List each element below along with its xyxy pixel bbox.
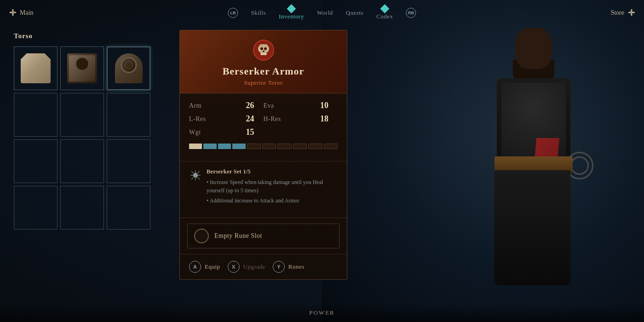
- item-type: Superior Torso: [189, 79, 338, 86]
- equip-btn-circle: A: [189, 261, 201, 273]
- char-lower: [494, 170, 570, 285]
- progress-seg-6: [262, 144, 276, 149]
- stat-arm-value: 26: [241, 101, 254, 110]
- progress-bar: [189, 144, 338, 149]
- stat-hres-value: 18: [315, 114, 328, 124]
- set-icon: [189, 169, 202, 182]
- equip-slot-empty-4[interactable]: [14, 139, 58, 183]
- panel-actions: A Equip X Upgrade Y Runes: [180, 254, 347, 279]
- berserker-icon: [252, 39, 275, 62]
- set-bonus-2: Additional increase to Attack and Armor: [207, 196, 338, 205]
- set-bonus-1: Increase Speed when taking damage until …: [207, 178, 338, 195]
- runes-btn-label: Runes: [288, 263, 305, 270]
- armor-item: [67, 53, 97, 83]
- panel-header: Berserker Armor Superior Torso: [180, 30, 347, 93]
- svg-point-11: [193, 173, 198, 178]
- runes-button[interactable]: Y Runes: [273, 261, 305, 273]
- main-cross-icon: ✛: [9, 8, 16, 18]
- equip-slot-empty-5[interactable]: [60, 139, 104, 183]
- progress-seg-2: [203, 144, 216, 149]
- equip-slot-empty-3[interactable]: [107, 93, 150, 137]
- progress-seg-9: [308, 144, 322, 149]
- equip-slot-armor[interactable]: [60, 46, 104, 90]
- nav-center: LB Skills Inventory World Quests Codex R…: [228, 6, 416, 20]
- equip-btn-label: Equip: [205, 263, 220, 270]
- progress-seg-10: [324, 144, 338, 149]
- svg-rect-10: [264, 53, 266, 55]
- stat-wgt-label: Wgt: [189, 129, 201, 136]
- bottom-bar: POWER: [0, 304, 644, 322]
- upgrade-btn-letter: X: [232, 264, 235, 270]
- character-background: [322, 0, 644, 322]
- nav-inventory[interactable]: Inventory: [279, 13, 304, 20]
- svg-line-19: [191, 178, 194, 180]
- rb-button[interactable]: RB: [406, 8, 416, 18]
- svg-line-16: [191, 171, 194, 173]
- char-head: [515, 28, 552, 69]
- main-label[interactable]: Main: [20, 9, 34, 17]
- detail-panel: Berserker Armor Superior Torso Arm 26 Ev…: [179, 30, 347, 280]
- stat-eva-label: Eva: [264, 102, 274, 109]
- equip-slot-empty-8[interactable]: [60, 186, 104, 230]
- progress-seg-4: [232, 144, 245, 149]
- nav-right[interactable]: Store ✛: [610, 8, 635, 18]
- item-logo: [252, 39, 275, 62]
- svg-line-17: [198, 178, 200, 180]
- stat-wgt: Wgt 15: [189, 127, 264, 137]
- nav-quests[interactable]: Quests: [346, 9, 363, 17]
- item-name: Berserker Armor: [189, 65, 338, 77]
- shirt-item: [21, 53, 51, 83]
- equip-button[interactable]: A Equip: [189, 261, 220, 273]
- stat-hres: H-Res 18: [264, 114, 338, 124]
- svg-rect-9: [263, 53, 264, 54]
- stat-lres: L-Res 24: [189, 114, 264, 124]
- set-header: Berserker Set 1/5 Increase Speed when ta…: [189, 168, 338, 207]
- equip-slot-empty-7[interactable]: [14, 186, 58, 230]
- stat-eva-value: 10: [315, 101, 328, 110]
- nav-codex[interactable]: Codex: [376, 13, 393, 20]
- progress-seg-8: [293, 144, 307, 149]
- inventory-nav-wrapper: Inventory: [279, 6, 304, 20]
- panel-stats: Arm 26 Eva 10 L-Res 24 H-Res 18 Wgt 15: [180, 93, 347, 161]
- character-figure: [460, 23, 598, 299]
- nav-left[interactable]: ✛ Main: [9, 8, 34, 18]
- stat-wgt-value: 15: [241, 127, 254, 137]
- svg-rect-8: [261, 53, 263, 55]
- set-icon-svg: [189, 169, 202, 182]
- store-label[interactable]: Store: [610, 9, 624, 17]
- top-navigation: ✛ Main LB Skills Inventory World Quests …: [0, 0, 644, 25]
- codex-nav-wrapper: Codex: [376, 6, 393, 20]
- equip-slot-empty-2[interactable]: [60, 93, 104, 137]
- svg-point-6: [264, 47, 267, 50]
- svg-point-5: [260, 47, 263, 50]
- progress-seg-5: [247, 144, 261, 149]
- panel-rune-section: Empty Rune Slot: [180, 218, 347, 254]
- equipment-grid: [14, 46, 166, 230]
- stat-arm: Arm 26: [189, 101, 264, 110]
- berserker-item: [115, 53, 143, 83]
- stat-lres-value: 24: [241, 114, 254, 124]
- equip-slot-empty-9[interactable]: [107, 186, 150, 230]
- stats-grid: Arm 26 Eva 10 L-Res 24 H-Res 18 Wgt 15: [189, 101, 338, 137]
- codex-diamond-icon: [380, 4, 389, 13]
- stat-hres-label: H-Res: [264, 115, 281, 123]
- store-cross-icon: ✛: [628, 8, 635, 18]
- rune-slot[interactable]: Empty Rune Slot: [187, 224, 339, 248]
- nav-skills[interactable]: Skills: [251, 9, 266, 17]
- progress-seg-1: [189, 144, 202, 149]
- lb-button[interactable]: LB: [228, 8, 238, 18]
- nav-world[interactable]: World: [317, 9, 333, 17]
- stat-eva: Eva 10: [264, 101, 338, 110]
- armor-circle-inner: [570, 156, 589, 175]
- set-title: Berserker Set 1/5: [207, 168, 338, 175]
- rune-slot-label: Empty Rune Slot: [214, 232, 262, 240]
- upgrade-btn-circle: X: [228, 261, 240, 273]
- equip-slot-shirt[interactable]: [14, 46, 58, 90]
- upgrade-button[interactable]: X Upgrade: [228, 261, 265, 273]
- stat-lres-label: L-Res: [189, 115, 206, 123]
- inventory-diamond-icon: [287, 4, 296, 13]
- equip-slot-berserker[interactable]: [107, 46, 150, 90]
- equip-slot-empty-6[interactable]: [107, 139, 150, 183]
- equip-slot-empty-1[interactable]: [14, 93, 58, 137]
- panel-set-info: Berserker Set 1/5 Increase Speed when ta…: [180, 161, 347, 218]
